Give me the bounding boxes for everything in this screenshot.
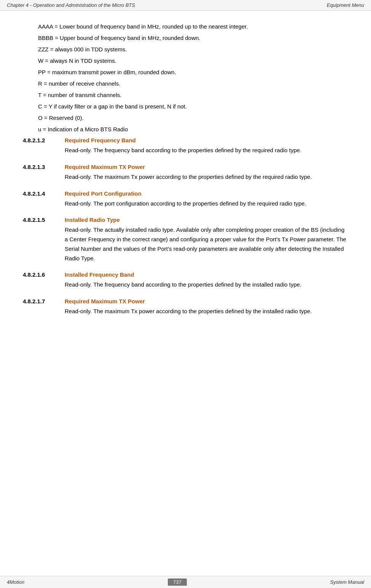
bullet-item: O = Reserved (0). [23,113,348,123]
bullet-item: PP = maximum transmit power in dBm, roun… [23,68,348,77]
section-block: 4.8.2.1.5Installed Radio TypeRead-only. … [23,217,348,263]
section-number: 4.8.2.1.7 [23,298,65,304]
header-left: Chapter 4 - Operation and Administration… [7,2,135,8]
section-body: Read-only. The frequency band according … [23,280,348,290]
main-content: AAAA = Lower bound of frequency band in … [0,11,371,336]
section-number: 4.8.2.1.4 [23,190,65,197]
section-block: 4.8.2.1.6Installed Frequency BandRead-on… [23,271,348,290]
section-number: 4.8.2.1.5 [23,217,65,223]
bullet-item: W = always N in TDD systems. [23,56,348,65]
section-number: 4.8.2.1.3 [23,164,65,170]
section-heading-row: 4.8.2.1.2Required Frequency Band [23,137,348,143]
footer-bar: 4Motion 737 System Manual [0,576,371,588]
section-heading-row: 4.8.2.1.3Required Maximum TX Power [23,164,348,170]
header-bar: Chapter 4 - Operation and Administration… [0,0,371,11]
section-body: Read-only. The port configuration accord… [23,199,348,209]
section-title: Installed Frequency Band [65,271,134,278]
section-body: Read-only. The maximum Tx power accordin… [23,307,348,316]
section-number: 4.8.2.1.2 [23,137,65,143]
bullet-item: R = number of receive channels. [23,79,348,88]
section-title: Required Frequency Band [65,137,136,143]
section-heading-row: 4.8.2.1.4Required Port Configuration [23,190,348,197]
bullet-item: ZZZ = always 000 in TDD systems. [23,45,348,54]
footer-left: 4Motion [7,579,24,585]
bullet-item: BBBB = Upper bound of frequency band in … [23,33,348,43]
section-body: Read-only. The actually installed radio … [23,225,348,263]
bullet-item: AAAA = Lower bound of frequency band in … [23,22,348,31]
section-heading-row: 4.8.2.1.7Required Maximum TX Power [23,298,348,304]
bullet-section: AAAA = Lower bound of frequency band in … [23,22,348,134]
bullet-item: u = Indication of a Micro BTS Radio [23,125,348,134]
section-number: 4.8.2.1.6 [23,271,65,278]
section-block: 4.8.2.1.4Required Port ConfigurationRead… [23,190,348,209]
section-body: Read-only. The maximum Tx power accordin… [23,172,348,182]
section-title: Installed Radio Type [65,217,120,223]
section-block: 4.8.2.1.3Required Maximum TX PowerRead-o… [23,164,348,182]
footer-right: System Manual [330,579,364,585]
bullet-item: C = Y if cavity filter or a gap in the b… [23,102,348,111]
section-body: Read-only. The frequency band according … [23,146,348,155]
section-heading-row: 4.8.2.1.5Installed Radio Type [23,217,348,223]
section-block: 4.8.2.1.7Required Maximum TX PowerRead-o… [23,298,348,316]
section-title: Required Maximum TX Power [65,164,145,170]
section-block: 4.8.2.1.2Required Frequency BandRead-onl… [23,137,348,155]
bullet-item: T = number of transmit channels. [23,91,348,100]
section-title: Required Maximum TX Power [65,298,145,304]
header-right: Equipment Menu [327,2,364,8]
section-title: Required Port Configuration [65,190,142,197]
section-heading-row: 4.8.2.1.6Installed Frequency Band [23,271,348,278]
footer-center: 737 [168,578,187,586]
